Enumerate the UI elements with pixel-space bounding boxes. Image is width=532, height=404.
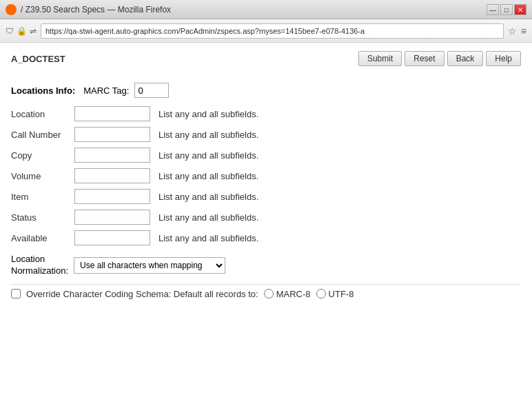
- close-button[interactable]: ✕: [514, 4, 526, 15]
- normalization-label: Location Normalization:: [11, 254, 68, 277]
- browser-title-text: / Z39.50 Search Specs — Mozilla Firefox: [21, 5, 482, 14]
- minimize-button[interactable]: —: [487, 4, 499, 15]
- normalization-row: Location Normalization: Use all characte…: [11, 254, 521, 277]
- locations-info-label: Locations Info:: [11, 85, 75, 96]
- normalization-select[interactable]: Use all characters when mappingUse first…: [74, 257, 225, 274]
- marc8-radio[interactable]: [264, 289, 274, 299]
- field-label-item: Item: [11, 192, 66, 202]
- maximize-button[interactable]: □: [500, 4, 513, 15]
- override-row: Override Character Coding Schema: Defaul…: [11, 284, 521, 303]
- reset-button[interactable]: Reset: [405, 51, 444, 66]
- utf8-label: UTF-8: [329, 289, 354, 299]
- field-input-status[interactable]: [74, 210, 150, 225]
- table-row: AvailableList any and all subfields.: [11, 230, 521, 245]
- field-hint-0: List any and all subfields.: [158, 109, 258, 119]
- firefox-icon: [6, 4, 17, 15]
- table-row: Call NumberList any and all subfields.: [11, 127, 521, 142]
- marc8-radio-group: MARC-8: [264, 289, 311, 299]
- field-hint-4: List any and all subfields.: [158, 192, 258, 202]
- table-row: ItemList any and all subfields.: [11, 189, 521, 204]
- header-buttons: Submit Reset Back Help: [358, 51, 521, 66]
- field-label-available: Available: [11, 233, 66, 243]
- override-checkbox[interactable]: [11, 289, 21, 299]
- lock-icon: 🔒: [17, 26, 27, 36]
- field-input-location[interactable]: [74, 106, 150, 121]
- marc8-label: MARC-8: [276, 289, 311, 299]
- field-hint-3: List any and all subfields.: [158, 171, 258, 181]
- app-title: A_DOCTEST: [11, 54, 65, 64]
- field-label-copy: Copy: [11, 150, 66, 161]
- table-row: VolumeList any and all subfields.: [11, 168, 521, 183]
- page-content: A_DOCTEST Submit Reset Back Help Locatio…: [0, 43, 532, 404]
- table-row: CopyList any and all subfields.: [11, 148, 521, 163]
- shield-icon: 🛡: [6, 26, 14, 36]
- utf8-radio[interactable]: [316, 289, 326, 299]
- browser-nav-bar: 🛡 🔒 ⇌ ☆ ≡: [0, 19, 532, 43]
- window-controls[interactable]: — □ ✕: [487, 4, 526, 15]
- field-input-item[interactable]: [74, 189, 150, 204]
- marc-tag-label: MARC Tag:: [83, 85, 129, 96]
- field-input-available[interactable]: [74, 230, 150, 245]
- nav-right-icons: ☆ ≡: [508, 26, 526, 37]
- section-header: Locations Info: MARC Tag:: [11, 83, 521, 98]
- override-text: Override Character Coding Schema: Defaul…: [26, 289, 258, 299]
- field-rows-container: LocationList any and all subfields.Call …: [11, 106, 521, 245]
- back-button[interactable]: Back: [447, 51, 484, 66]
- field-label-volume: Volume: [11, 171, 66, 181]
- field-hint-1: List any and all subfields.: [158, 130, 258, 140]
- field-label-status: Status: [11, 212, 66, 223]
- utf8-radio-group: UTF-8: [316, 289, 354, 299]
- field-input-volume[interactable]: [74, 168, 150, 183]
- table-row: StatusList any and all subfields.: [11, 210, 521, 225]
- field-label-location: Location: [11, 109, 66, 119]
- field-input-copy[interactable]: [74, 148, 150, 163]
- nav-icons: 🛡 🔒 ⇌: [6, 26, 37, 36]
- field-label-call-number: Call Number: [11, 130, 66, 140]
- field-hint-6: List any and all subfields.: [158, 233, 258, 243]
- link-icon: ⇌: [30, 26, 37, 36]
- app-header: A_DOCTEST Submit Reset Back Help: [11, 51, 521, 72]
- field-hint-2: List any and all subfields.: [158, 150, 258, 161]
- field-input-call-number[interactable]: [74, 127, 150, 142]
- table-row: LocationList any and all subfields.: [11, 106, 521, 121]
- menu-icon[interactable]: ≡: [521, 26, 526, 37]
- star-icon[interactable]: ☆: [508, 26, 517, 37]
- browser-title-bar: / Z39.50 Search Specs — Mozilla Firefox …: [0, 0, 532, 19]
- submit-button[interactable]: Submit: [358, 51, 402, 66]
- address-bar[interactable]: [41, 23, 504, 39]
- help-button[interactable]: Help: [486, 51, 521, 66]
- marc-tag-input[interactable]: [134, 83, 169, 98]
- field-hint-5: List any and all subfields.: [158, 212, 258, 223]
